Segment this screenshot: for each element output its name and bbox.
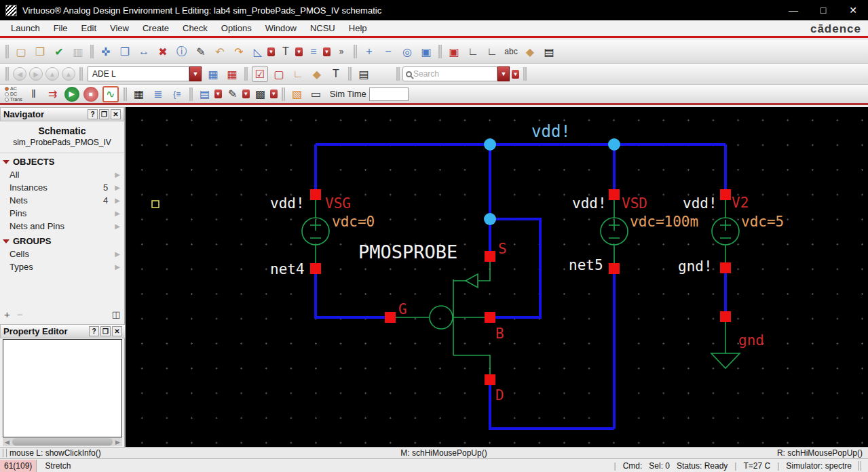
menu-view[interactable]: View [103, 21, 136, 35]
add-wire-label-icon[interactable]: abc [503, 43, 519, 60]
setup-probes-icon[interactable]: ⇉ [45, 86, 61, 102]
add-wire-icon[interactable]: ∟ [465, 43, 481, 60]
schematic-canvas[interactable]: vdd! PMOSPROBE vdd! VSG vdc=0 net4 S G B… [126, 107, 868, 447]
vsg-name-label[interactable]: VSG [325, 195, 351, 212]
gnd-symbol[interactable] [711, 321, 740, 368]
toolbar-grip[interactable] [348, 67, 352, 81]
search-history-dropdown-icon[interactable]: ▼ [512, 70, 519, 79]
probe-pad[interactable] [609, 263, 620, 274]
select-wire-filter-icon[interactable]: ∟ [290, 66, 306, 82]
descend-icon[interactable]: ▤ [541, 43, 557, 60]
menu-options[interactable]: Options [214, 21, 259, 35]
object-properties-icon[interactable]: ▤ [356, 66, 372, 82]
panel-columns-icon[interactable]: ◫ [112, 309, 120, 319]
close-button[interactable]: ✕ [838, 0, 868, 20]
remove-group-icon[interactable]: − [17, 309, 23, 320]
output-expressions-icon[interactable]: {≡ [169, 86, 185, 102]
toolbar-grip[interactable] [5, 45, 9, 58]
select-text-filter-icon[interactable]: T [328, 66, 344, 82]
annotate-dropdown-icon[interactable]: ▼ [270, 90, 278, 98]
search-options[interactable]: ▼ [497, 66, 510, 81]
messages-icon[interactable]: ▭ [308, 86, 324, 102]
gnd-symbol-label[interactable]: gnd [738, 332, 764, 349]
v2-top-net-label[interactable]: vdd! [683, 195, 717, 212]
undo-icon[interactable]: ↶ [212, 43, 228, 60]
stop-simulation-icon[interactable]: ■ [83, 87, 98, 102]
toolbar-grip[interactable] [523, 67, 527, 81]
vsd-name-label[interactable]: VSD [622, 195, 647, 212]
navigator-item-all[interactable]: All ▶ [0, 168, 124, 181]
vsg-param-label[interactable]: vdc=0 [332, 214, 375, 230]
property-editor-float-icon[interactable]: ❐ [100, 326, 111, 336]
top-hierarchy-icon[interactable]: ▲ [62, 67, 75, 81]
search-input[interactable]: Search [402, 66, 497, 81]
select-instance-filter-icon[interactable]: ▢ [271, 66, 287, 82]
search-dropdown-icon[interactable]: ▼ [497, 66, 510, 81]
menu-window[interactable]: Window [259, 21, 303, 35]
toolbar-grip[interactable] [396, 67, 400, 81]
align-icon[interactable]: ≡ [305, 43, 322, 60]
back-icon[interactable]: ◀ [13, 67, 26, 81]
pmosprobe-transistor-symbol[interactable] [396, 260, 490, 375]
copy-icon[interactable]: ❐ [117, 43, 133, 60]
scroll-thumb[interactable] [12, 438, 113, 446]
info-icon[interactable]: ⓘ [174, 43, 190, 60]
probe-pad[interactable] [609, 189, 620, 200]
trans-radio-icon[interactable] [5, 98, 9, 102]
toolbar-grip[interactable] [90, 45, 94, 58]
navigator-item-instances[interactable]: Instances 5 ▶ [0, 181, 124, 194]
net5-label[interactable]: net5 [569, 257, 603, 273]
navigator-float-icon[interactable]: ❐ [99, 109, 109, 119]
annotate-icon[interactable]: ▩ [252, 86, 269, 102]
zoom-out-icon[interactable]: − [380, 43, 396, 60]
forward-icon[interactable]: ▶ [29, 67, 43, 81]
pmosprobe-cell-label[interactable]: PMOSPROBE [358, 241, 457, 262]
up-hierarchy-icon[interactable]: ▲ [45, 67, 59, 81]
scroll-left-icon[interactable]: ◀ [3, 437, 12, 446]
edit-config-dropdown-icon[interactable]: ▼ [242, 90, 250, 98]
toolbar-grip[interactable] [244, 67, 248, 81]
scroll-right-icon[interactable]: ▶ [113, 437, 122, 446]
select-pin-filter-icon[interactable]: ◆ [309, 66, 325, 82]
menu-help[interactable]: Help [342, 21, 374, 35]
edit-labels-icon[interactable]: ✎ [193, 43, 209, 60]
move-icon[interactable]: ✜ [98, 43, 114, 60]
navigator-item-nets-and-pins[interactable]: Nets and Pins ▶ [0, 220, 124, 233]
probe-pad[interactable] [310, 263, 321, 274]
text-style-icon[interactable]: T [278, 43, 294, 60]
navigator-item-nets[interactable]: Nets 4 ▶ [0, 194, 124, 207]
zoom-in-icon[interactable]: + [361, 43, 377, 60]
minimize-button[interactable]: — [778, 0, 808, 20]
vsd-top-net-label[interactable]: vdd! [572, 195, 607, 212]
stretch-icon[interactable]: ↔ [136, 43, 152, 60]
delete-state-icon[interactable]: ▦ [224, 66, 240, 82]
sim-time-input[interactable] [369, 87, 409, 101]
menu-ncsu[interactable]: NCSU [303, 21, 342, 35]
toolbar-grip[interactable] [79, 67, 83, 81]
dc-radio-icon[interactable] [5, 92, 9, 96]
wire-drain-to-net5[interactable] [490, 379, 614, 429]
edit-config-icon[interactable]: ✎ [225, 86, 241, 102]
pin-s-label[interactable]: S [498, 241, 507, 257]
v2-name-label[interactable]: V2 [732, 195, 749, 211]
gnd-net-label[interactable]: gnd! [678, 258, 713, 275]
property-editor-close-icon[interactable]: ✕ [112, 326, 122, 336]
open-file-icon[interactable]: ❐ [32, 43, 48, 60]
navigator-section-objects[interactable]: OBJECTS [0, 153, 124, 168]
toolbar-grip[interactable] [354, 45, 357, 58]
redo-icon[interactable]: ↷ [231, 43, 247, 60]
navigator-section-groups[interactable]: GROUPS [0, 233, 124, 248]
zoom-area-icon[interactable]: ▣ [418, 43, 434, 60]
save-state-icon[interactable]: ▦ [205, 66, 221, 82]
toolbar-grip[interactable] [438, 45, 442, 58]
ade-mode-dropdown-icon[interactable]: ▼ [189, 66, 202, 81]
save-icon[interactable]: ✔ [51, 43, 67, 60]
wire-source-to-bulk[interactable] [490, 219, 540, 317]
navigator-item-pins[interactable]: Pins ▶ [0, 207, 124, 220]
pin-d-label[interactable]: D [495, 387, 504, 404]
maximize-button[interactable]: □ [808, 0, 838, 20]
save-as-icon[interactable]: ▥ [70, 43, 86, 60]
select-all-filter-icon[interactable]: ☑ [252, 66, 268, 82]
navigator-close-icon[interactable]: ✕ [111, 109, 121, 119]
menu-file[interactable]: File [47, 21, 75, 35]
